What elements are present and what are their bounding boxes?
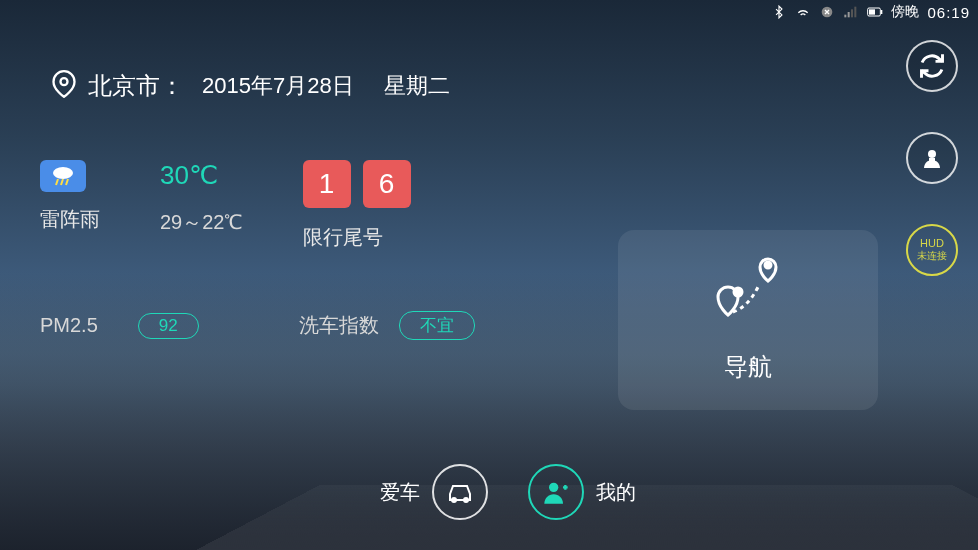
status-time: 06:19 — [927, 4, 970, 21]
navigation-label: 导航 — [724, 351, 772, 383]
sync-status-icon — [819, 4, 835, 20]
bluetooth-icon — [771, 4, 787, 20]
location-header: 北京市： 2015年7月28日 星期二 — [50, 70, 450, 102]
my-car-label: 爱车 — [380, 479, 420, 506]
user-add-icon — [528, 464, 584, 520]
car-wash-value: 不宜 — [399, 311, 475, 340]
signal-icon — [843, 4, 859, 20]
svg-rect-1 — [845, 15, 847, 18]
temp-range: 29～22℃ — [160, 209, 243, 236]
restrict-digit-1: 1 — [303, 160, 351, 208]
weather-panel: 雷阵雨 30℃ 29～22℃ 1 6 限行尾号 PM2.5 92 洗车指数 不宜 — [40, 160, 560, 340]
svg-rect-3 — [851, 9, 853, 17]
svg-point-12 — [734, 288, 742, 296]
restrict-label: 限行尾号 — [303, 224, 411, 251]
temperature-block: 30℃ 29～22℃ — [160, 160, 243, 236]
wifi-icon — [795, 4, 811, 20]
battery-icon — [867, 4, 883, 20]
weather-icon — [40, 160, 86, 192]
weather-condition-block: 雷阵雨 — [40, 160, 100, 233]
temp-current: 30℃ — [160, 160, 243, 191]
svg-rect-4 — [855, 7, 857, 18]
svg-point-8 — [61, 78, 68, 85]
svg-rect-11 — [929, 158, 935, 162]
status-bar: 傍晚06:19 — [763, 0, 978, 24]
pm25-label: PM2.5 — [40, 314, 98, 337]
svg-rect-7 — [869, 9, 875, 14]
profile-button[interactable] — [906, 132, 958, 184]
traffic-restriction-block: 1 6 限行尾号 — [303, 160, 411, 251]
svg-rect-2 — [848, 12, 850, 17]
my-profile-button[interactable]: 我的 — [528, 464, 636, 520]
svg-point-13 — [765, 262, 771, 268]
svg-point-16 — [549, 483, 558, 492]
location-pin-icon — [50, 70, 78, 102]
svg-point-10 — [928, 150, 936, 158]
car-icon — [432, 464, 488, 520]
hud-button[interactable]: HUD 未连接 — [906, 224, 958, 276]
navigation-tile[interactable]: 导航 — [618, 230, 878, 410]
status-period: 傍晚 — [891, 3, 919, 21]
svg-point-9 — [53, 167, 73, 179]
weather-condition: 雷阵雨 — [40, 206, 100, 233]
pm25-value: 92 — [138, 313, 199, 339]
date-text: 2015年7月28日 — [202, 71, 354, 101]
car-wash-label: 洗车指数 — [299, 312, 379, 339]
restrict-digit-2: 6 — [363, 160, 411, 208]
refresh-button[interactable] — [906, 40, 958, 92]
my-car-button[interactable]: 爱车 — [380, 464, 488, 520]
svg-rect-6 — [881, 10, 882, 14]
location-name: 北京市： — [88, 70, 184, 102]
weekday-text: 星期二 — [384, 71, 450, 101]
hud-label: HUD — [920, 237, 944, 249]
my-profile-label: 我的 — [596, 479, 636, 506]
hud-status: 未连接 — [917, 249, 947, 263]
route-icon — [703, 257, 793, 331]
